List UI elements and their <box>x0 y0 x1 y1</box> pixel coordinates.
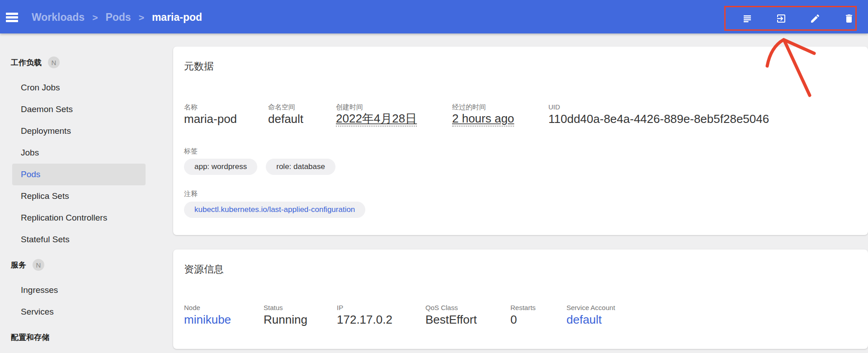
breadcrumb-item-maria-pod: maria-pod <box>152 11 202 24</box>
annotation-highlight-box <box>724 6 857 31</box>
field-restarts: Restarts0 <box>510 304 566 327</box>
field-label: Service Account <box>566 304 615 311</box>
field-label: 创建时间 <box>336 104 452 111</box>
breadcrumb-item-pods[interactable]: Pods <box>105 11 131 24</box>
field-value: 2022年4月28日 <box>336 112 417 127</box>
field-value: Running <box>264 312 337 327</box>
resource-info-card: 资源信息 NodeminikubeStatusRunningIP172.17.0… <box>173 249 868 349</box>
menu-icon[interactable] <box>6 13 18 22</box>
resource-card-title: 资源信息 <box>184 249 857 276</box>
field-value: 0 <box>510 312 566 327</box>
main-content: 元数据 名称maria-pod命名空间default创建时间2022年4月28日… <box>173 33 868 353</box>
app-header: Workloads>Pods>maria-pod <box>0 0 868 33</box>
edit-icon[interactable] <box>810 13 821 24</box>
delete-icon[interactable] <box>844 13 854 24</box>
label-chip: app: wordpress <box>184 159 257 175</box>
field-uid: UID110dd40a-8e4a-4426-889e-8eb5f28e5046 <box>548 104 769 127</box>
field-value[interactable]: default <box>566 312 615 327</box>
sidebar-nav: 工作负载NCron JobsDaemon SetsDeploymentsJobs… <box>0 33 173 353</box>
kubernetes-dashboard-app: Workloads>Pods>maria-pod 工作负载NCron JobsD… <box>0 0 868 353</box>
field-value: default <box>268 112 336 126</box>
sidebar-item-jobs[interactable]: Jobs <box>12 142 146 164</box>
sidebar-section-items: Cron JobsDaemon SetsDeploymentsJobsPodsR… <box>0 77 173 250</box>
field-label: QoS Class <box>425 304 510 311</box>
field-经过的时间: 经过的时间2 hours ago <box>452 104 548 127</box>
labels-section-label: 标签 <box>184 147 857 155</box>
exec-icon[interactable] <box>776 13 787 24</box>
label-chip: role: database <box>266 159 335 175</box>
breadcrumb-separator: > <box>92 12 98 23</box>
field-value: BestEffort <box>425 312 510 327</box>
breadcrumb: Workloads>Pods>maria-pod <box>32 11 202 24</box>
field-value: 2 hours ago <box>452 112 514 127</box>
sidebar-item-cron-jobs[interactable]: Cron Jobs <box>12 77 146 99</box>
metadata-fields-row: 名称maria-pod命名空间default创建时间2022年4月28日经过的时… <box>184 104 857 127</box>
sidebar-section-title: 配置和存储 <box>11 332 49 343</box>
sidebar-section-工作负载[interactable]: 工作负载N <box>0 52 173 73</box>
field-status: StatusRunning <box>264 304 337 327</box>
breadcrumb-item-workloads[interactable]: Workloads <box>32 11 85 24</box>
annotation-chip[interactable]: kubectl.kubernetes.io/last-applied-confi… <box>184 202 365 218</box>
sidebar-item-replica-sets[interactable]: Replica Sets <box>12 185 146 207</box>
field-label: 经过的时间 <box>452 104 548 111</box>
field-ip: IP172.17.0.2 <box>337 304 425 327</box>
field-value[interactable]: minikube <box>184 312 264 327</box>
field-value: maria-pod <box>184 112 268 126</box>
field-label: Restarts <box>510 304 566 311</box>
sidebar-item-ingresses[interactable]: Ingresses <box>12 279 146 301</box>
sidebar-section-items: IngressesServices <box>0 279 173 323</box>
field-label: UID <box>548 104 769 111</box>
annotations-chip-row: kubectl.kubernetes.io/last-applied-confi… <box>184 202 857 218</box>
field-label: IP <box>337 304 425 311</box>
field-qos-class: QoS ClassBestEffort <box>425 304 510 327</box>
field-label: 命名空间 <box>268 104 336 111</box>
annotations-section-label: 注释 <box>184 190 857 198</box>
breadcrumb-separator: > <box>139 12 144 23</box>
field-名称: 名称maria-pod <box>184 104 268 127</box>
sidebar-item-stateful-sets[interactable]: Stateful Sets <box>12 229 146 250</box>
namespaced-badge: N <box>33 259 44 271</box>
sidebar-item-pods[interactable]: Pods <box>12 164 146 185</box>
field-label: 名称 <box>184 104 268 111</box>
logs-icon[interactable] <box>742 13 753 24</box>
field-value: 110dd40a-8e4a-4426-889e-8eb5f28e5046 <box>548 112 769 126</box>
sidebar-item-deployments[interactable]: Deployments <box>12 120 146 142</box>
sidebar-section-title: 工作负载 <box>11 57 42 68</box>
field-label: Status <box>264 304 337 311</box>
sidebar-section-配置和存储[interactable]: 配置和存储 <box>0 326 173 348</box>
field-service-account: Service Accountdefault <box>566 304 615 327</box>
sidebar-item-daemon-sets[interactable]: Daemon Sets <box>12 99 146 120</box>
field-命名空间: 命名空间default <box>268 104 336 127</box>
labels-chip-row: app: wordpressrole: database <box>184 159 857 175</box>
sidebar-item-services[interactable]: Services <box>12 301 146 323</box>
sidebar-item-replication-controllers[interactable]: Replication Controllers <box>12 207 146 229</box>
metadata-card-title: 元数据 <box>184 47 857 73</box>
field-node: Nodeminikube <box>184 304 264 327</box>
sidebar-section-title: 服务 <box>11 260 26 270</box>
field-value: 172.17.0.2 <box>337 312 425 327</box>
namespaced-badge: N <box>48 56 60 68</box>
field-创建时间: 创建时间2022年4月28日 <box>336 104 452 127</box>
field-label: Node <box>184 304 264 311</box>
metadata-card: 元数据 名称maria-pod命名空间default创建时间2022年4月28日… <box>173 47 868 235</box>
sidebar-section-服务[interactable]: 服务N <box>0 254 173 276</box>
resource-fields-row: NodeminikubeStatusRunningIP172.17.0.2QoS… <box>184 304 857 327</box>
